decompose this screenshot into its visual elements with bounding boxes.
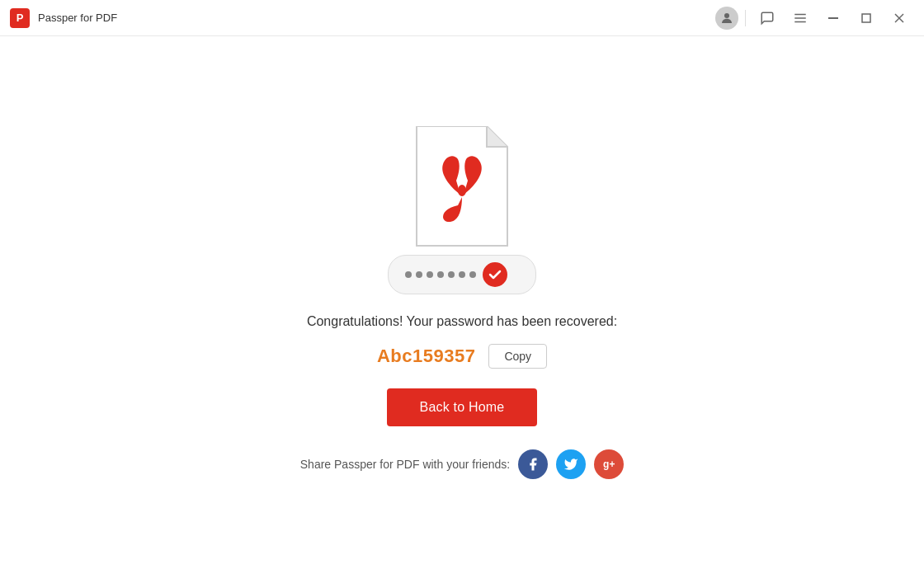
dot-2 (416, 271, 422, 278)
close-button[interactable] (884, 5, 914, 31)
facebook-share-button[interactable] (518, 449, 548, 479)
dot-5 (448, 271, 455, 278)
dot-4 (437, 271, 444, 278)
title-bar-left: P Passper for PDF (10, 8, 117, 28)
account-icon[interactable] (715, 7, 738, 30)
share-text: Share Passper for PDF with your friends: (300, 458, 510, 471)
check-circle (483, 262, 507, 287)
svg-point-0 (724, 13, 729, 18)
title-bar-right (715, 5, 914, 31)
chat-icon[interactable] (752, 5, 782, 31)
dot-7 (469, 271, 476, 278)
dot-6 (459, 271, 465, 278)
password-dots (405, 271, 476, 278)
maximize-button[interactable] (851, 5, 881, 31)
share-row: Share Passper for PDF with your friends:… (300, 449, 624, 479)
password-result-row: Abc159357 Copy (377, 344, 547, 369)
svg-point-8 (458, 185, 466, 196)
twitter-share-button[interactable] (556, 449, 586, 479)
app-title: Passper for PDF (38, 12, 117, 24)
minimize-button[interactable] (818, 5, 848, 31)
pdf-file-icon (408, 126, 516, 250)
recovered-password: Abc159357 (377, 346, 475, 367)
app-logo: P (10, 8, 30, 28)
back-home-button[interactable]: Back to Home (387, 388, 538, 426)
dot-1 (405, 271, 412, 278)
svg-rect-5 (862, 14, 870, 22)
password-bar (388, 255, 536, 294)
svg-rect-4 (828, 17, 838, 19)
congrats-text: Congratulations! Your password has been … (307, 314, 617, 329)
separator (745, 10, 746, 26)
google-share-button[interactable]: g+ (594, 449, 624, 479)
copy-button[interactable]: Copy (488, 344, 547, 369)
menu-icon[interactable] (785, 5, 815, 31)
main-content: Congratulations! Your password has been … (0, 36, 924, 569)
title-bar: P Passper for PDF (0, 0, 924, 36)
dot-3 (427, 271, 433, 278)
pdf-illustration (388, 126, 536, 294)
